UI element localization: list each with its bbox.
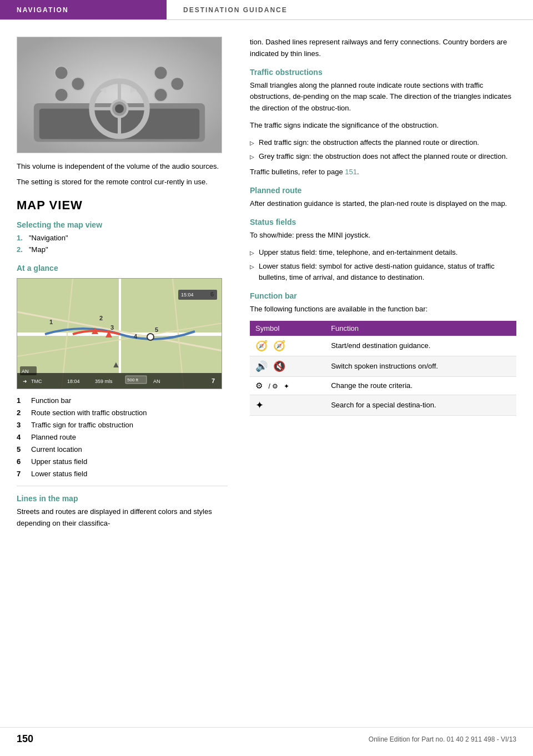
legend-text-5: Current location <box>31 443 82 456</box>
svg-point-15 <box>115 104 124 113</box>
svg-point-11 <box>55 66 68 79</box>
step-1-num: 1. <box>17 233 26 244</box>
legend-num-6: 6 <box>17 456 26 468</box>
legend-num-7: 7 <box>17 468 26 480</box>
lines-continued-text: tion. Dashed lines represent railways an… <box>250 37 516 60</box>
selecting-heading: Selecting the map view <box>17 220 228 229</box>
traffic-bulletins-text: Traffic bulletins, refer to page 151. <box>250 167 516 178</box>
legend-item-6: 6 Upper status field <box>17 456 228 468</box>
status-bullets: Upper status field: time, telephone, and… <box>250 247 516 284</box>
selecting-steps-list: 1. "Navigation" 2. "Map" <box>17 233 228 256</box>
table-row: 🧭 🧭 Start/end destination guidance. <box>250 336 516 356</box>
table-function-2: Switch spoken instructions on/off. <box>325 356 516 376</box>
traffic-bullet-1-text: Red traffic sign: the obstruction affect… <box>259 137 479 149</box>
svg-text:TMC: TMC <box>31 379 42 384</box>
table-symbol-1: 🧭 🧭 <box>250 336 325 356</box>
table-header-symbol: Symbol <box>250 321 325 336</box>
svg-text:▲: ▲ <box>112 360 120 369</box>
legend-item-5: 5 Current location <box>17 443 228 456</box>
page-number: 150 <box>17 733 33 745</box>
intro-text-1: This volume is independent of the volume… <box>17 161 228 172</box>
svg-text:4: 4 <box>134 333 138 340</box>
step-1: 1. "Navigation" <box>17 233 228 244</box>
traffic-bulletins-suffix: . <box>357 168 359 176</box>
step-1-text: "Navigation" <box>29 233 68 244</box>
traffic-text: Small triangles along the planned route … <box>250 80 516 114</box>
status-bullet-2-text: Lower status field: symbol for active de… <box>259 261 516 284</box>
legend-item-4: 4 Planned route <box>17 431 228 443</box>
svg-point-12 <box>154 88 168 102</box>
svg-point-14 <box>154 66 168 79</box>
legend-num-3: 3 <box>17 419 26 431</box>
table-symbol-3: ⚙ /⚙ ✦ <box>250 376 325 395</box>
right-column: tion. Dashed lines represent railways an… <box>239 31 533 541</box>
edition-text: Online Edition for Part no. 01 40 2 911 … <box>369 735 516 743</box>
step-2-num: 2. <box>17 244 26 256</box>
legend-num-4: 4 <box>17 431 26 443</box>
function-bar-heading: Function bar <box>250 291 516 300</box>
legend-text-3: Traffic sign for traffic obstruction <box>31 419 133 431</box>
traffic-bulletins-link[interactable]: 151 <box>345 168 357 176</box>
step-2: 2. "Map" <box>17 244 228 256</box>
car-image: ◀ ▶ ▲ <box>17 37 222 153</box>
step-2-text: "Map" <box>29 244 48 256</box>
svg-text:1: 1 <box>49 319 53 325</box>
status-bullet-1-text: Upper status field: time, telephone, and… <box>259 247 457 259</box>
legend-text-7: Lower status field <box>31 468 87 480</box>
lines-heading: Lines in the map <box>17 494 228 503</box>
divider-1 <box>17 486 228 486</box>
dest-label: DESTINATION GUIDANCE <box>183 6 288 14</box>
lines-text: Streets and routes are displayed in diff… <box>17 506 228 530</box>
legend-text-2: Route section with traffic obstruction <box>31 407 147 419</box>
legend-text-1: Function bar <box>31 395 71 407</box>
function-table: Symbol Function 🧭 🧭 Start/end destinatio… <box>250 321 516 416</box>
svg-text:◀: ◀ <box>99 85 107 94</box>
traffic-bulletins-prefix: Traffic bulletins, refer to page <box>250 168 345 176</box>
traffic-obstructions-heading: Traffic obstructions <box>250 68 516 77</box>
legend-text-4: Planned route <box>31 431 76 443</box>
status-fields-text: To show/hide: press the MINI joystick. <box>250 230 516 241</box>
svg-text:➜: ➜ <box>23 379 27 384</box>
legend-num-5: 5 <box>17 443 26 456</box>
status-bullet-2: Lower status field: symbol for active de… <box>250 261 516 284</box>
svg-text:500 ft: 500 ft <box>127 377 139 382</box>
status-fields-heading: Status fields <box>250 218 516 226</box>
svg-text:▶: ▶ <box>130 85 137 94</box>
svg-point-13 <box>170 77 184 90</box>
svg-text:▲: ▲ <box>115 71 123 80</box>
svg-text:359 mls: 359 mls <box>95 379 113 384</box>
svg-text:6: 6 <box>210 291 214 298</box>
svg-text:AN: AN <box>153 379 160 384</box>
traffic-bullet-1: Red traffic sign: the obstruction affect… <box>250 137 516 149</box>
map-image: 1 2 3 4 5 15:04 6 ▲ AN ➜ TMC 18 <box>17 278 222 389</box>
svg-text:3: 3 <box>110 324 114 331</box>
svg-rect-40 <box>17 373 222 389</box>
table-row: ✦ Search for a special destina‐tion. <box>250 395 516 415</box>
table-row: 🔊 🔇 Switch spoken instructions on/off. <box>250 356 516 376</box>
table-symbol-4: ✦ <box>250 395 325 415</box>
nav-label: NAVIGATION <box>17 6 69 14</box>
svg-text:7: 7 <box>212 377 215 384</box>
status-bullet-1: Upper status field: time, telephone, and… <box>250 247 516 259</box>
map-view-heading: MAP VIEW <box>17 198 228 213</box>
intro-text-2: The setting is stored for the remote con… <box>17 177 228 188</box>
svg-text:18:04: 18:04 <box>67 379 80 384</box>
traffic-bullets: Red traffic sign: the obstruction affect… <box>250 137 516 163</box>
traffic-bullet-2-text: Grey traffic sign: the obstruction does … <box>259 151 507 163</box>
legend-item-7: 7 Lower status field <box>17 468 228 480</box>
table-function-3: Change the route criteria. <box>325 376 516 395</box>
planned-route-heading: Planned route <box>250 186 516 195</box>
table-function-4: Search for a special destina‐tion. <box>325 395 516 415</box>
legend-item-3: 3 Traffic sign for traffic obstruction <box>17 419 228 431</box>
traffic-bullet-2: Grey traffic sign: the obstruction does … <box>250 151 516 163</box>
table-row: ⚙ /⚙ ✦ Change the route criteria. <box>250 376 516 395</box>
svg-text:2: 2 <box>99 315 103 321</box>
at-glance-heading: At a glance <box>17 264 228 273</box>
table-symbol-2: 🔊 🔇 <box>250 356 325 376</box>
legend-list: 1 Function bar 2 Route section with traf… <box>17 395 228 481</box>
dest-tab: DESTINATION GUIDANCE <box>167 0 304 19</box>
legend-text-6: Upper status field <box>31 456 87 468</box>
page-body: ◀ ▶ ▲ This volume is independent of the … <box>0 20 533 563</box>
svg-point-32 <box>147 334 154 340</box>
left-column: ◀ ▶ ▲ This volume is independent of the … <box>0 31 239 541</box>
